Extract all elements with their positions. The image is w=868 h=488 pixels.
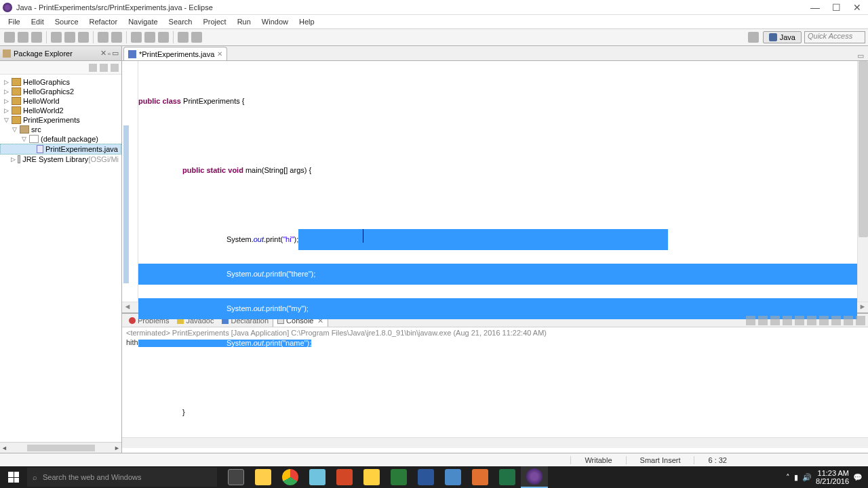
package-explorer: Package Explorer ✕ ▫ ▭ ▷HelloGraphics ▷H… xyxy=(0,46,122,453)
open-perspective-icon[interactable] xyxy=(748,32,759,43)
task-view-button[interactable] xyxy=(222,466,250,488)
tree-item-src[interactable]: ▽src xyxy=(0,125,121,134)
status-position: 6 : 32 xyxy=(694,456,741,464)
code-editor[interactable]: public class PrintExperiments { public s… xyxy=(122,61,868,302)
tree-item[interactable]: ▽PrintExperiments xyxy=(0,115,121,125)
editor-tab[interactable]: *PrintExperiments.java ✕ xyxy=(123,47,227,60)
toolbar: Java Quick Access xyxy=(0,28,868,46)
run-icon[interactable] xyxy=(64,32,75,43)
taskbar-clock[interactable]: 11:23 AM 8/21/2016 xyxy=(816,469,849,485)
tray-volume-icon[interactable]: 🔊 xyxy=(802,473,812,482)
view-minimize-icon[interactable]: ▫ xyxy=(108,49,111,58)
editor-gutter xyxy=(122,61,138,302)
java-icon xyxy=(769,33,777,41)
app-button[interactable] xyxy=(439,466,467,488)
console-scroll-lock-icon[interactable] xyxy=(795,316,804,325)
tree-item[interactable]: ▷HelloGraphics xyxy=(0,77,121,87)
tree-item-jre[interactable]: ▷JRE System Library [OSGi/Mi xyxy=(0,155,121,164)
menu-navigate[interactable]: Navigate xyxy=(123,16,163,27)
tab-close-icon[interactable]: ✕ xyxy=(217,50,222,58)
tray-chevron-icon[interactable]: ˄ xyxy=(786,473,790,482)
view-close-icon[interactable]: ✕ xyxy=(100,49,106,58)
word-button[interactable] xyxy=(412,466,439,488)
tray-network-icon[interactable]: ▮ xyxy=(794,473,798,482)
tree-item[interactable]: ▷HelloGraphics2 xyxy=(0,87,121,96)
menu-refactor[interactable]: Refactor xyxy=(84,16,123,27)
forward-icon[interactable] xyxy=(191,32,202,43)
chrome-button[interactable] xyxy=(277,466,304,488)
menu-search[interactable]: Search xyxy=(163,16,198,27)
tree-item[interactable]: ▷HelloWorld xyxy=(0,96,121,106)
new-icon[interactable] xyxy=(4,32,15,43)
code-content[interactable]: public class PrintExperiments { public s… xyxy=(138,61,857,302)
collapse-all-icon[interactable] xyxy=(89,64,97,72)
statusbar: Writable Smart Insert 6 : 32 xyxy=(0,453,868,466)
quick-access-input[interactable]: Quick Access xyxy=(804,31,865,43)
tree-item-package[interactable]: ▽(default package) xyxy=(0,134,121,144)
window-title: Java - PrintExperiments/src/PrintExperim… xyxy=(16,3,810,12)
app-button[interactable] xyxy=(467,466,494,488)
notepad-button[interactable] xyxy=(304,466,331,488)
app-button[interactable] xyxy=(358,466,385,488)
app-button[interactable] xyxy=(385,466,412,488)
powerpoint-button[interactable] xyxy=(331,466,358,488)
back-icon[interactable] xyxy=(178,32,189,43)
menu-source[interactable]: Source xyxy=(50,16,84,27)
status-insert: Smart Insert xyxy=(626,456,694,464)
console-clear-icon[interactable] xyxy=(783,316,792,325)
open-type-icon[interactable] xyxy=(131,32,142,43)
editor-maximize-icon[interactable]: ▭ xyxy=(853,52,868,60)
save-all-icon[interactable] xyxy=(31,32,42,43)
eclipse-button[interactable] xyxy=(521,466,548,488)
save-icon[interactable] xyxy=(18,32,28,43)
menu-edit[interactable]: Edit xyxy=(26,16,50,27)
windows-taskbar: ⌕Search the web and Windows ˄ ▮ 🔊 11:23 … xyxy=(0,466,868,488)
menu-window[interactable]: Window xyxy=(256,16,294,27)
menubar: File Edit Source Refactor Navigate Searc… xyxy=(0,15,868,28)
new-package-icon[interactable] xyxy=(98,32,108,43)
console-pin-icon[interactable] xyxy=(807,316,816,325)
menu-file[interactable]: File xyxy=(3,16,26,27)
close-button[interactable]: ✕ xyxy=(853,2,861,13)
console-max-icon[interactable] xyxy=(856,316,865,325)
view-menu-icon[interactable] xyxy=(111,64,119,72)
annotation-icon[interactable] xyxy=(158,32,169,43)
console-min-icon[interactable] xyxy=(844,316,853,325)
excel-button[interactable] xyxy=(494,466,521,488)
menu-run[interactable]: Run xyxy=(232,16,256,27)
new-class-icon[interactable] xyxy=(111,32,122,43)
package-explorer-title: Package Explorer xyxy=(14,49,99,58)
debug-icon[interactable] xyxy=(51,32,62,43)
editor-area: *PrintExperiments.java ✕ ▭ public class … xyxy=(122,46,868,453)
console-terminate-icon[interactable] xyxy=(746,316,755,325)
console-open-icon[interactable] xyxy=(831,316,841,325)
view-maximize-icon[interactable]: ▭ xyxy=(112,49,119,58)
file-explorer-button[interactable] xyxy=(250,466,277,488)
minimize-button[interactable]: — xyxy=(810,2,820,13)
sidebar-scrollbar[interactable]: ◄► xyxy=(0,442,121,453)
menu-project[interactable]: Project xyxy=(197,16,231,27)
project-tree[interactable]: ▷HelloGraphics ▷HelloGraphics2 ▷HelloWor… xyxy=(0,75,121,167)
console-remove-icon[interactable] xyxy=(758,316,768,325)
java-perspective-button[interactable]: Java xyxy=(763,31,802,43)
eclipse-icon xyxy=(3,3,12,12)
maximize-button[interactable]: ☐ xyxy=(832,2,841,13)
console-display-icon[interactable] xyxy=(819,316,829,325)
editor-tab-label: *PrintExperiments.java xyxy=(139,50,214,58)
start-button[interactable] xyxy=(0,466,27,488)
system-tray[interactable]: ˄ ▮ 🔊 11:23 AM 8/21/2016 💬 xyxy=(781,469,868,485)
tree-item[interactable]: ▷HelloWorld2 xyxy=(0,106,121,115)
editor-vscrollbar[interactable] xyxy=(857,61,868,302)
coverage-icon[interactable] xyxy=(78,32,89,43)
menu-help[interactable]: Help xyxy=(294,16,320,27)
tree-item-file[interactable]: PrintExperiments.java xyxy=(0,144,121,155)
link-editor-icon[interactable] xyxy=(100,64,108,72)
search-icon[interactable] xyxy=(144,32,155,43)
java-file-icon xyxy=(128,50,136,58)
perspective-label: Java xyxy=(780,33,795,41)
console-remove-all-icon[interactable] xyxy=(770,316,780,325)
notifications-icon[interactable]: 💬 xyxy=(853,473,863,482)
package-explorer-icon xyxy=(3,49,11,58)
taskbar-search[interactable]: ⌕Search the web and Windows xyxy=(27,468,217,487)
titlebar: Java - PrintExperiments/src/PrintExperim… xyxy=(0,0,868,15)
